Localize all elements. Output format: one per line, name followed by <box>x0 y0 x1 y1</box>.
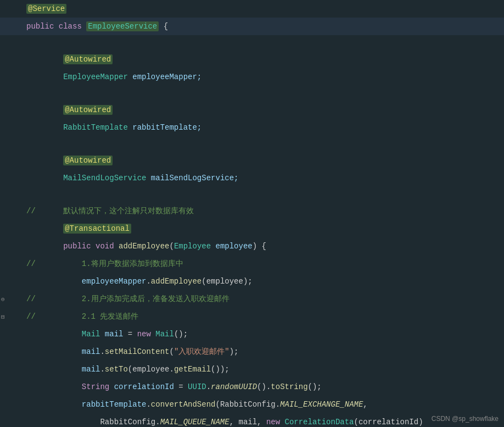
token: Employee <box>174 242 216 251</box>
code-line: MailSendLogService mailSendLogService; <box>0 169 504 187</box>
line-content: rabbitTemplate.convertAndSend(RabbitConf… <box>22 397 504 412</box>
token: . <box>100 347 104 356</box>
token: void <box>96 242 119 251</box>
token: @Autowired <box>63 156 113 165</box>
token: mail <box>82 347 100 356</box>
token: RabbitTemplate <box>63 123 132 132</box>
line-content: // 2.1 先发送邮件 <box>22 309 504 324</box>
token: @Autowired <box>63 105 113 115</box>
line-content: MailSendLogService mailSendLogService; <box>22 170 504 186</box>
token: class <box>59 22 86 31</box>
code-line: EmployeeMapper employeeMapper; <box>0 68 504 86</box>
token: ); <box>229 347 239 356</box>
token: mail <box>105 330 124 339</box>
token: (). <box>257 382 271 391</box>
token: randomUUID <box>211 382 257 391</box>
token: // 默认情况下，这个注解只对数据库有效 <box>26 207 194 215</box>
line-content: @Autowired <box>22 153 504 168</box>
line-content: // 2.用户添加完成后，准备发送入职欢迎邮件 <box>22 291 504 307</box>
token: addEmployee <box>119 242 169 251</box>
token: (RabbitConfig. <box>215 400 280 409</box>
code-line: RabbitConfig.MAIL_QUEUE_NAME, mail, new … <box>0 413 504 427</box>
token: MAIL_EXCHANGE_NAME <box>280 400 363 409</box>
code-line: String correlationId = UUID.randomUUID()… <box>0 378 504 396</box>
code-line: // 默认情况下，这个注解只对数据库有效 <box>0 202 504 220</box>
line-content: employeeMapper.addEmployee(employee); <box>22 274 504 289</box>
token: MailSendLogService <box>63 174 151 182</box>
token: addEmployee <box>151 277 201 286</box>
token: employeeMapper; <box>132 73 201 81</box>
code-line: ⊖// 2.用户添加完成后，准备发送入职欢迎邮件 <box>0 290 504 308</box>
token: public <box>26 22 59 31</box>
line-content: // 默认情况下，这个注解只对数据库有效 <box>22 203 504 219</box>
token: mailSendLogService; <box>151 174 239 182</box>
token: new <box>266 418 285 426</box>
token: employeeMapper <box>82 277 147 286</box>
token: public <box>63 242 96 251</box>
token: ( <box>169 347 173 356</box>
token: String <box>82 382 114 391</box>
code-line <box>0 187 504 202</box>
token: toString <box>271 382 307 391</box>
code-line: @Autowired <box>0 51 504 68</box>
token: new <box>137 330 156 339</box>
line-content: // 1.将用户数据添加到数据库中 <box>22 256 504 271</box>
token: setMailContent <box>105 347 170 356</box>
code-line: mail.setTo(employee.getEmail()); <box>0 361 504 378</box>
token: (); <box>174 330 188 339</box>
token: RabbitConfig. <box>100 418 160 426</box>
token: = <box>123 330 137 339</box>
token: (correlationId) <box>354 418 423 426</box>
token: rabbitTemplate <box>82 400 147 409</box>
token: // 2.用户添加完成后，准备发送入职欢迎邮件 <box>26 295 229 303</box>
token: MAIL_QUEUE_NAME <box>160 418 229 426</box>
token: @Autowired <box>63 54 113 64</box>
token: mail <box>82 365 100 374</box>
token: (employee. <box>128 365 174 374</box>
token: , mail, <box>229 418 266 426</box>
code-line: @Autowired <box>0 152 504 169</box>
token: correlationId <box>114 382 174 391</box>
line-content: RabbitTemplate rabbitTemplate; <box>22 120 504 135</box>
token: setTo <box>105 365 128 374</box>
token: ( <box>169 242 173 251</box>
line-content: @Service <box>22 1 504 16</box>
code-line: ⊟// 2.1 先发送邮件 <box>0 308 504 325</box>
token: ) { <box>253 242 266 251</box>
token: // 1.将用户数据添加到数据库中 <box>26 259 183 268</box>
fold-icon[interactable]: ⊟ <box>1 313 5 320</box>
code-line: // 1.将用户数据添加到数据库中 <box>0 255 504 273</box>
token: Mail <box>82 330 105 339</box>
token: = <box>174 382 188 391</box>
code-line: @Autowired <box>0 101 504 119</box>
token: UUID <box>188 382 206 391</box>
line-content: String correlationId = UUID.randomUUID()… <box>22 379 504 395</box>
token: // 2.1 先发送邮件 <box>26 312 138 321</box>
line-content: @Autowired <box>22 102 504 118</box>
token: { <box>159 22 168 31</box>
line-content: mail.setMailContent("入职欢迎邮件"); <box>22 344 504 359</box>
line-content: public class EmployeeService { <box>22 19 504 34</box>
code-line <box>0 136 504 152</box>
token: (); <box>308 382 322 391</box>
code-line: mail.setMailContent("入职欢迎邮件"); <box>0 343 504 361</box>
code-line: public class EmployeeService { <box>0 18 504 35</box>
line-content: mail.setTo(employee.getEmail()); <box>22 362 504 377</box>
token: getEmail <box>174 365 211 374</box>
token: Mail <box>155 330 174 339</box>
token: @Transactional <box>63 224 131 234</box>
token: @Service <box>26 4 66 14</box>
token: CorrelationData <box>285 418 354 426</box>
fold-icon[interactable]: ⊖ <box>1 296 5 303</box>
line-content: Mail mail = new Mail(); <box>22 326 504 342</box>
code-editor: @Servicepublic class EmployeeService { @… <box>0 0 504 427</box>
token: . <box>206 382 211 391</box>
token: . <box>146 400 150 409</box>
code-line: @Service <box>0 0 504 18</box>
token: "入职欢迎邮件" <box>174 347 229 356</box>
token: ()); <box>211 365 229 374</box>
code-line: Mail mail = new Mail(); <box>0 325 504 343</box>
code-line: @Transactional <box>0 220 504 237</box>
line-content: public void addEmployee(Employee employe… <box>22 239 504 254</box>
token: rabbitTemplate; <box>132 123 201 132</box>
